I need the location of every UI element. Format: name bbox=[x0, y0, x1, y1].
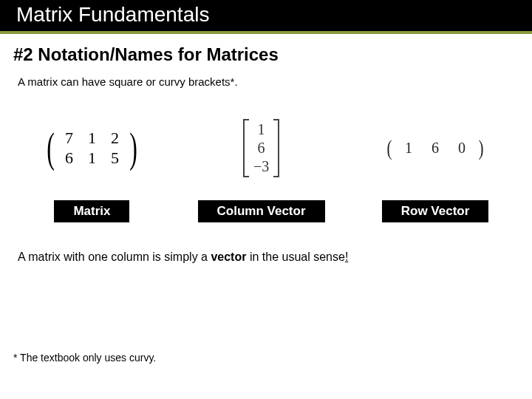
column-vector-label: Column Vector bbox=[198, 200, 325, 222]
matrix-cell: 1 bbox=[81, 128, 103, 149]
statement-bold: vector bbox=[211, 250, 246, 263]
underline-exclaim: ! bbox=[345, 250, 348, 263]
statement-suffix: in the usual sense bbox=[246, 250, 344, 263]
example-column-vector: 1 6 −3 Column Vector bbox=[198, 115, 325, 222]
column-vector-cells: 1 6 −3 bbox=[249, 119, 273, 177]
intro-text: A matrix can have square or curvy bracke… bbox=[0, 65, 532, 88]
paren-right-icon: ) bbox=[129, 131, 137, 165]
column-vector-figure: 1 6 −3 bbox=[243, 115, 279, 181]
vector-cell: 0 bbox=[451, 140, 473, 157]
slide-subtitle: #2 Notation/Names for Matrices bbox=[0, 34, 532, 65]
matrix-cell: 2 bbox=[103, 128, 126, 149]
vector-cell: 6 bbox=[424, 140, 446, 157]
row-vector-figure: ( 1 6 0 ) bbox=[386, 115, 485, 181]
paren-left-icon: ( bbox=[387, 139, 392, 157]
vector-cell: 1 bbox=[398, 140, 420, 157]
paren-left-icon: ( bbox=[47, 131, 55, 165]
bracket-right-icon bbox=[273, 119, 279, 177]
matrix-cell: 5 bbox=[103, 148, 126, 168]
slide-title: Matrix Fundamentals bbox=[0, 0, 532, 34]
matrix-cell: 6 bbox=[58, 148, 81, 168]
matrix-cell: 7 bbox=[58, 128, 81, 149]
bracket-left-icon bbox=[243, 119, 249, 177]
vector-cell: −3 bbox=[253, 157, 269, 176]
statement-prefix: A matrix with one column is simply a bbox=[18, 250, 211, 263]
matrix-cells: 7 1 2 6 1 5 bbox=[58, 128, 126, 168]
paren-right-icon: ) bbox=[479, 139, 484, 157]
example-row-vector: ( 1 6 0 ) Row Vector bbox=[382, 115, 489, 222]
example-matrix: ( 7 1 2 6 1 5 ) Matrix bbox=[44, 115, 141, 222]
vector-cell: 6 bbox=[258, 139, 265, 157]
matrix-label: Matrix bbox=[54, 200, 129, 222]
row-vector-label: Row Vector bbox=[382, 200, 489, 222]
examples-row: ( 7 1 2 6 1 5 ) Matrix 1 bbox=[0, 88, 532, 237]
matrix-figure: ( 7 1 2 6 1 5 ) bbox=[44, 115, 141, 181]
footnote-text: * The textbook only uses curvy. bbox=[13, 352, 156, 364]
statement-text: A matrix with one column is simply a vec… bbox=[0, 237, 532, 264]
vector-cell: 1 bbox=[258, 120, 265, 139]
matrix-cell: 1 bbox=[81, 148, 103, 168]
